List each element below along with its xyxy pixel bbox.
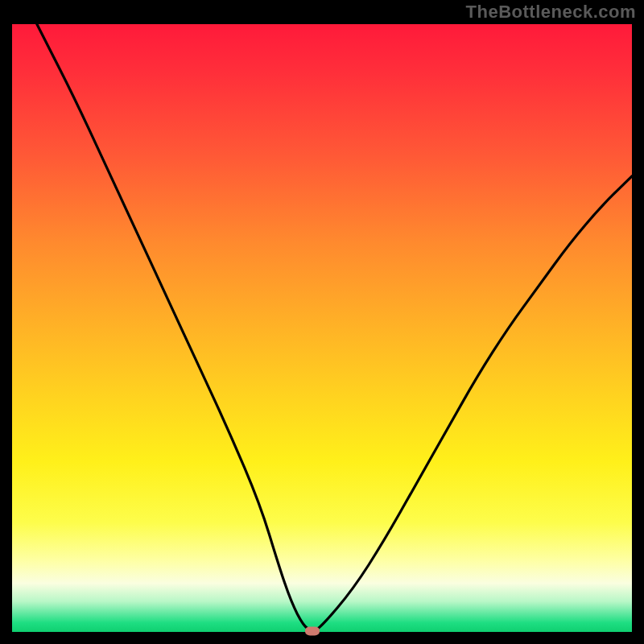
bottleneck-curve [12, 24, 632, 632]
watermark-text: TheBottleneck.com [466, 2, 636, 23]
bottleneck-marker [305, 626, 320, 635]
plot-area [12, 24, 632, 632]
chart-frame: TheBottleneck.com [0, 0, 644, 644]
